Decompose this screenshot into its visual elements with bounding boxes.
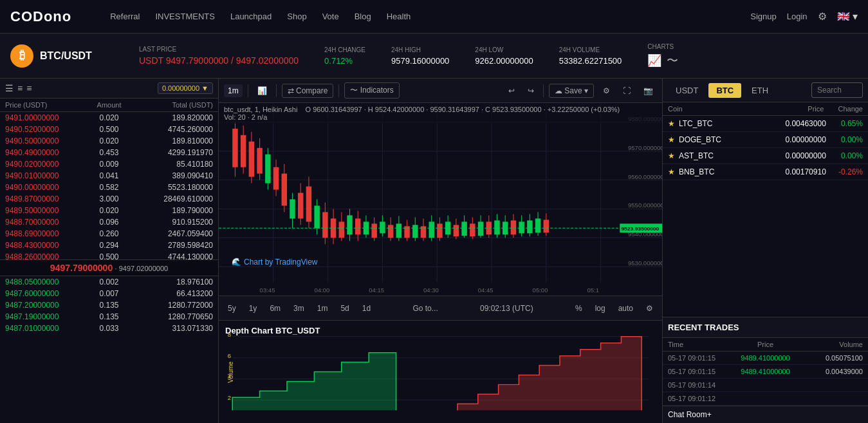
coin-list-header: Coin Price Change — [663, 102, 868, 116]
auto-btn[interactable]: auto — [614, 303, 637, 314]
tab-eth[interactable]: ETH — [744, 83, 776, 98]
tab-usdt[interactable]: USDT — [668, 83, 706, 98]
ob-list-icon[interactable]: ☰ — [5, 83, 14, 93]
nav-investments[interactable]: INVESTMENTS — [155, 12, 214, 21]
time-1m[interactable]: 1m — [313, 303, 332, 314]
logo[interactable]: CODono — [10, 8, 71, 25]
candle-chart-icon[interactable]: 〜 — [667, 53, 678, 68]
ask-row[interactable]: 9488.26000000 0.500 4744.130000 — [0, 251, 218, 259]
trade-time: 05-17 09:01:15 — [668, 368, 733, 375]
redo-btn[interactable]: ↪ — [524, 84, 538, 97]
nav-blog[interactable]: Blog — [355, 12, 371, 21]
trade-row[interactable]: 05-17 09:01:14 — [663, 379, 868, 392]
chart-type-btn[interactable]: 📊 — [254, 84, 271, 97]
bid-row[interactable]: 9487.19000000 0.135 1280.770650 — [0, 311, 218, 323]
time-3m[interactable]: 3m — [290, 303, 308, 314]
goto-button[interactable]: Go to... — [409, 303, 441, 314]
time-6m[interactable]: 6m — [266, 303, 284, 314]
ob-bids-icon[interactable]: ≡ — [26, 83, 32, 93]
ask-row[interactable]: 9490.02000000 0.009 85.410180 — [0, 158, 218, 170]
ob-asks-icon[interactable]: ≡ — [17, 83, 23, 93]
high-label: 24H HIGH — [391, 46, 449, 53]
bid-row[interactable]: 9488.05000000 0.002 18.976100 — [0, 276, 218, 288]
ask-row[interactable]: 9488.69000000 0.260 2467.059400 — [0, 228, 218, 240]
favorite-star[interactable]: ★ — [668, 119, 675, 128]
ask-price: 9490.02000000 — [5, 160, 75, 169]
coin-list-item[interactable]: ★ BNB_BTC 0.00170910 -0.26% — [663, 164, 868, 180]
time-1y[interactable]: 1y — [245, 303, 261, 314]
trade-row[interactable]: 05-17 09:01:15 9489.41000000 0.00439000 — [663, 365, 868, 379]
favorite-star[interactable]: ★ — [668, 135, 675, 144]
coin-price: 0.00463000 — [752, 119, 826, 128]
screenshot-icon[interactable]: 📷 — [640, 84, 657, 97]
recent-trades-header: Time Price Volume — [663, 338, 868, 352]
ask-row[interactable]: 9489.87000000 3.000 28469.610000 — [0, 193, 218, 205]
depth-chart: Depth Chart BTC_USDT Volume 8 6 4 2 — [219, 320, 662, 423]
favorite-star[interactable]: ★ — [668, 151, 675, 160]
chart-settings-icon[interactable]: ⚙ — [642, 303, 657, 314]
trade-row[interactable]: 05-17 09:01:15 9489.41000000 0.05075100 — [663, 352, 868, 365]
ask-row[interactable]: 9490.01000000 0.041 389.090410 — [0, 170, 218, 182]
ob-precision-dropdown[interactable]: 0.00000000 ▼ — [158, 82, 213, 94]
chat-room-bar[interactable]: Chat Room+ — [663, 406, 868, 423]
ask-row[interactable]: 9491.00000000 0.020 189.820000 — [0, 112, 218, 124]
ask-total: 2789.598420 — [143, 241, 213, 250]
ask-row[interactable]: 9490.00000000 0.582 5523.180000 — [0, 182, 218, 193]
depth-chart-svg[interactable]: 8 6 4 2 — [219, 321, 662, 423]
indicators-button[interactable]: 〜 Indicators — [344, 82, 399, 99]
charts-block: CHARTS 📈 〜 — [647, 43, 678, 68]
settings-icon[interactable]: ⚙ — [818, 10, 827, 23]
nav-shop[interactable]: Shop — [287, 12, 306, 21]
login-button[interactable]: Login — [787, 12, 808, 21]
language-flag[interactable]: 🇬🇧 ▾ — [837, 10, 858, 23]
bid-row[interactable]: 9487.01000000 0.033 313.071330 — [0, 323, 218, 334]
coin-name: LTC_BTC — [679, 119, 752, 128]
nav-referral[interactable]: Referral — [110, 12, 140, 21]
high-value: 9579.16000000 — [391, 56, 449, 66]
bid-row[interactable]: 9487.60000000 0.007 66.413200 — [0, 288, 218, 299]
ask-price: 9490.00000000 — [5, 183, 75, 192]
log-btn[interactable]: log — [591, 303, 609, 314]
main-content: ☰ ≡ ≡ 0.00000000 ▼ Price (USDT) Amount T… — [0, 79, 868, 423]
ask-row[interactable]: 9490.50000000 0.020 189.810000 — [0, 135, 218, 147]
ask-amount: 0.294 — [75, 241, 144, 250]
bid-row[interactable]: 9487.20000000 0.135 1280.772000 — [0, 299, 218, 311]
coin-list-item[interactable]: ★ DOGE_BTC 0.00000000 0.00% — [663, 132, 868, 148]
time-5d[interactable]: 5d — [337, 303, 353, 314]
trading-pair: BTC/USDT — [40, 50, 92, 62]
ask-row[interactable]: 9488.43000000 0.294 2789.598420 — [0, 240, 218, 251]
ask-row[interactable]: 9490.52000000 0.500 4745.260000 — [0, 124, 218, 135]
favorite-star[interactable]: ★ — [668, 167, 675, 176]
save-button[interactable]: ☁ Save ▾ — [549, 84, 594, 98]
change-value: 0.712% — [324, 56, 365, 66]
nav-launchpad[interactable]: Launchpad — [230, 12, 272, 21]
settings-icon[interactable]: ⚙ — [599, 84, 614, 97]
coin-list-item[interactable]: ★ AST_BTC 0.00000000 0.00% — [663, 148, 868, 164]
coin-price: 0.00170910 — [752, 167, 826, 176]
volume-label: 24H Volume — [559, 46, 622, 53]
undo-btn[interactable]: ↩ — [504, 84, 519, 97]
svg-text:6: 6 — [228, 353, 231, 359]
coin-change: 0.00% — [826, 135, 863, 144]
ask-row[interactable]: 9490.49000000 0.453 4299.191970 — [0, 147, 218, 158]
bid-amount: 0.002 — [75, 277, 144, 287]
time-5y[interactable]: 5y — [224, 303, 240, 314]
percent-btn[interactable]: % — [571, 303, 586, 314]
coin-search-input[interactable] — [811, 82, 863, 98]
time-1d[interactable]: 1d — [358, 303, 374, 314]
compare-button[interactable]: ⇄ Compare — [282, 84, 334, 98]
signup-button[interactable]: Signup — [750, 12, 776, 21]
fullscreen-icon[interactable]: ⛶ — [619, 84, 634, 97]
timeframe-1m[interactable]: 1m — [224, 84, 243, 97]
ask-row[interactable]: 9489.50000000 0.020 189.790000 — [0, 205, 218, 216]
ask-row[interactable]: 9488.70000000 0.096 910.915200 — [0, 216, 218, 228]
nav: Referral INVESTMENTS Launchpad Shop Vote… — [110, 12, 750, 21]
ask-price: 9490.49000000 — [5, 148, 75, 157]
line-chart-icon[interactable]: 📈 — [647, 53, 661, 68]
candlestick-chart[interactable]: 9580.000000 9570.000000 9560.000000 9550… — [219, 103, 662, 296]
trade-row[interactable]: 05-17 09:01:12 — [663, 392, 868, 406]
coin-list-item[interactable]: ★ LTC_BTC 0.00463000 0.65% — [663, 116, 868, 132]
tab-btc[interactable]: BTC — [708, 83, 741, 98]
nav-vote[interactable]: Vote — [322, 12, 339, 21]
nav-health[interactable]: Health — [387, 12, 411, 21]
